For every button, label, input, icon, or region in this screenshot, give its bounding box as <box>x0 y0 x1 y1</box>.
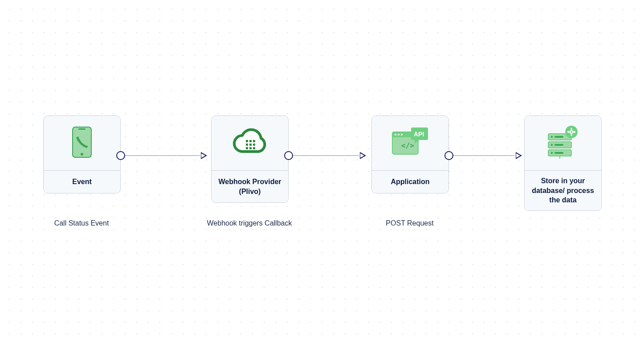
svg-point-14 <box>395 134 396 136</box>
svg-rect-10 <box>249 147 252 149</box>
svg-rect-3 <box>246 140 248 142</box>
node-webhook-provider: Webhook Provider (Plivo) <box>211 115 289 203</box>
node-event-icon-area <box>44 116 120 170</box>
server-gear-icon <box>546 126 580 160</box>
svg-rect-25 <box>554 136 563 138</box>
connector-3-port <box>444 151 453 160</box>
connector-2-line <box>293 155 359 156</box>
svg-text:API: API <box>414 131 424 138</box>
node-event-label: Event <box>44 170 120 193</box>
node-application-label: Application <box>372 170 448 193</box>
svg-rect-27 <box>554 144 563 146</box>
svg-rect-6 <box>246 144 248 146</box>
node-application-icon-area: </> API <box>372 116 448 170</box>
connector-3-arrow-icon <box>516 152 522 159</box>
node-store-icon-area <box>525 116 601 170</box>
connector-1-arrow-icon <box>201 152 207 159</box>
svg-rect-29 <box>554 152 563 154</box>
svg-point-28 <box>551 152 553 154</box>
connector-2-arrow-icon <box>360 152 366 159</box>
node-webhook-label: Webhook Provider (Plivo) <box>212 170 288 202</box>
caption-event: Call Status Event <box>43 219 120 227</box>
connector-2-port <box>284 151 293 160</box>
svg-rect-7 <box>249 144 252 146</box>
node-store-label: Store in your database/ process the data <box>525 170 601 210</box>
svg-rect-33 <box>571 128 572 130</box>
caption-webhook: Webhook triggers Callback <box>202 219 297 227</box>
connector-2 <box>284 151 373 160</box>
svg-rect-1 <box>78 128 86 130</box>
connector-1-line <box>125 155 200 156</box>
svg-rect-11 <box>253 147 255 149</box>
node-store-process: Store in your database/ process the data <box>524 115 602 211</box>
svg-rect-34 <box>571 134 572 136</box>
svg-rect-4 <box>249 140 252 142</box>
svg-point-24 <box>551 136 553 138</box>
node-event: Event <box>43 115 121 193</box>
svg-point-41 <box>571 131 572 133</box>
node-application: </> API Application <box>371 115 449 193</box>
svg-point-26 <box>551 144 553 146</box>
svg-point-15 <box>398 134 399 136</box>
svg-text:</>: </> <box>401 141 414 150</box>
connector-1-port <box>116 151 125 160</box>
svg-rect-5 <box>253 140 255 142</box>
cloud-dialpad-icon <box>232 128 267 158</box>
svg-point-2 <box>81 153 83 156</box>
svg-point-16 <box>401 134 403 136</box>
connector-3-line <box>453 155 515 156</box>
svg-rect-0 <box>73 127 91 157</box>
phone-event-icon <box>72 127 92 160</box>
connector-3 <box>444 151 529 160</box>
diagram-canvas: Event Call Status Event <box>0 0 644 345</box>
api-window-icon: </> API <box>391 127 429 160</box>
connector-1 <box>116 151 214 160</box>
node-webhook-icon-area <box>212 116 288 170</box>
svg-rect-8 <box>253 144 255 146</box>
caption-application: POST Request <box>371 219 448 227</box>
svg-rect-9 <box>246 147 248 149</box>
